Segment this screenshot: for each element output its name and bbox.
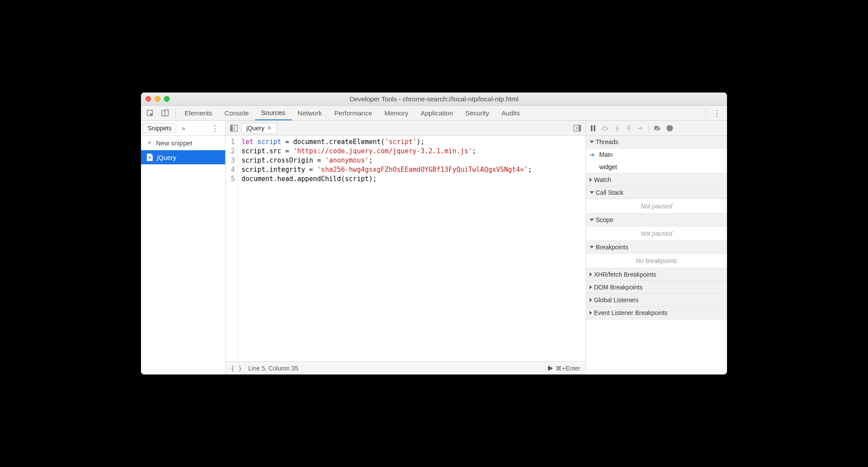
toolbar-separator xyxy=(705,108,706,118)
thread-name: widget xyxy=(599,163,617,170)
tab-console[interactable]: Console xyxy=(219,106,255,120)
window-title: Developer Tools - chrome-search://local-… xyxy=(145,95,723,103)
step-into-icon[interactable] xyxy=(614,125,620,131)
editor-pane: jQuery ✕ 12345 let script = document.cre… xyxy=(226,121,586,374)
sidebar-options-icon[interactable]: ⋮ xyxy=(207,123,223,133)
tab-network[interactable]: Network xyxy=(292,106,328,120)
main-toolbar: ElementsConsoleSourcesNetworkPerformance… xyxy=(141,106,727,121)
call-stack-header[interactable]: Call Stack xyxy=(586,186,727,199)
debugger-pane: Threads➔MainwidgetWatchCall StackNot pau… xyxy=(586,121,727,374)
disclosure-triangle-icon xyxy=(590,178,592,182)
editor-file-tab[interactable]: jQuery ✕ xyxy=(241,123,277,133)
debugger-toolbar xyxy=(586,121,727,136)
dom-header[interactable]: DOM Breakpoints xyxy=(586,281,727,294)
more-options-icon[interactable]: ⋮ xyxy=(708,108,725,118)
titlebar: Developer Tools - chrome-search://local-… xyxy=(141,93,727,106)
play-icon xyxy=(548,366,553,371)
close-window-button[interactable] xyxy=(145,96,151,102)
section-label: Breakpoints xyxy=(596,244,628,251)
toggle-navigator-icon[interactable] xyxy=(228,124,240,133)
tab-audits[interactable]: Audits xyxy=(495,106,526,120)
disclosure-triangle-icon xyxy=(590,285,592,289)
evt-header[interactable]: Event Listener Breakpoints xyxy=(586,307,727,319)
tab-performance[interactable]: Performance xyxy=(328,106,378,120)
cursor-position: Line 5, Column 35 xyxy=(248,365,298,372)
section-label: XHR/fetch Breakpoints xyxy=(594,271,657,278)
code-content[interactable]: let script = document.createElement('scr… xyxy=(238,136,535,361)
disclosure-triangle-icon xyxy=(590,272,592,277)
step-icon[interactable] xyxy=(637,126,643,131)
threads-header[interactable]: Threads xyxy=(586,136,727,148)
snippet-file-icon xyxy=(146,153,153,161)
new-snippet-label: New snippet xyxy=(156,139,193,147)
new-snippet-button[interactable]: + New snippet xyxy=(141,136,225,150)
sidebar-tabs: Snippets » ⋮ xyxy=(141,121,225,136)
watch-header[interactable]: Watch xyxy=(586,174,727,186)
device-toggle-icon[interactable] xyxy=(158,109,173,117)
step-out-icon[interactable] xyxy=(626,125,632,131)
tab-application[interactable]: Application xyxy=(415,106,459,120)
inspect-element-icon[interactable] xyxy=(143,109,158,117)
run-snippet-button[interactable]: ⌘+Enter xyxy=(548,365,580,372)
deactivate-breakpoints-icon[interactable] xyxy=(654,125,661,131)
sidebar-more-tabs-icon[interactable]: » xyxy=(179,125,188,132)
svg-rect-6 xyxy=(579,125,581,131)
toolbar-separator xyxy=(175,108,176,118)
close-tab-icon[interactable]: ✕ xyxy=(267,125,272,131)
thread-name: Main xyxy=(599,151,612,158)
svg-point-10 xyxy=(616,130,618,131)
scope-header[interactable]: Scope xyxy=(586,214,727,226)
window-controls xyxy=(145,96,170,102)
run-shortcut-label: ⌘+Enter xyxy=(556,365,580,372)
panel-tabs: ElementsConsoleSourcesNetworkPerformance… xyxy=(178,106,703,120)
disclosure-triangle-icon xyxy=(590,141,594,143)
devtools-window: Developer Tools - chrome-search://local-… xyxy=(141,93,727,374)
section-label: DOM Breakpoints xyxy=(594,284,642,291)
thread-item[interactable]: widget xyxy=(586,161,727,173)
callstack-empty: Not paused xyxy=(586,199,727,213)
zoom-window-button[interactable] xyxy=(164,96,170,102)
current-thread-arrow-icon: ➔ xyxy=(590,151,596,158)
section-label: Threads xyxy=(596,138,618,145)
global-header[interactable]: Global Listeners xyxy=(586,294,727,307)
sidebar-tab-snippets[interactable]: Snippets xyxy=(143,123,176,133)
main-area: Snippets » ⋮ + New snippet jQuery jQuery… xyxy=(141,121,727,374)
editor-toolbar: jQuery ✕ xyxy=(226,121,586,136)
pretty-print-icon[interactable]: { } xyxy=(231,365,242,372)
plus-icon: + xyxy=(146,139,152,147)
svg-rect-4 xyxy=(230,125,233,131)
svg-point-11 xyxy=(628,125,630,127)
xhr-header[interactable]: XHR/fetch Breakpoints xyxy=(586,268,727,281)
pause-on-exceptions-icon[interactable] xyxy=(667,125,673,131)
disclosure-triangle-icon xyxy=(590,191,594,194)
breakpoints-header[interactable]: Breakpoints xyxy=(586,241,727,254)
tab-elements[interactable]: Elements xyxy=(178,106,219,120)
section-label: Watch xyxy=(594,176,611,183)
disclosure-triangle-icon xyxy=(590,246,594,248)
thread-item[interactable]: ➔Main xyxy=(586,148,727,161)
toggle-debugger-icon[interactable] xyxy=(571,124,583,133)
section-label: Call Stack xyxy=(596,189,623,196)
section-label: Scope xyxy=(596,216,613,223)
minimize-window-button[interactable] xyxy=(155,96,160,102)
disclosure-triangle-icon xyxy=(590,219,594,221)
code-editor[interactable]: 12345 let script = document.createElemen… xyxy=(226,136,586,361)
tab-security[interactable]: Security xyxy=(459,106,495,120)
svg-point-9 xyxy=(604,129,605,131)
editor-status-bar: { } Line 5, Column 35 ⌘+Enter xyxy=(226,361,586,374)
step-over-icon[interactable] xyxy=(601,125,609,131)
section-label: Event Listener Breakpoints xyxy=(594,309,668,316)
file-tab-label: jQuery xyxy=(246,125,264,132)
snippet-item[interactable]: jQuery xyxy=(141,150,225,164)
navigator-sidebar: Snippets » ⋮ + New snippet jQuery xyxy=(141,121,226,374)
svg-rect-8 xyxy=(594,125,596,131)
debugger-separator xyxy=(649,124,649,133)
tab-memory[interactable]: Memory xyxy=(378,106,415,120)
pause-icon[interactable] xyxy=(590,125,596,131)
tab-sources[interactable]: Sources xyxy=(255,106,292,120)
svg-rect-2 xyxy=(165,110,168,116)
line-gutter: 12345 xyxy=(226,136,238,361)
disclosure-triangle-icon xyxy=(590,311,592,315)
scope-empty: Not paused xyxy=(586,226,727,241)
breakpoints-empty: No breakpoints xyxy=(586,254,727,268)
